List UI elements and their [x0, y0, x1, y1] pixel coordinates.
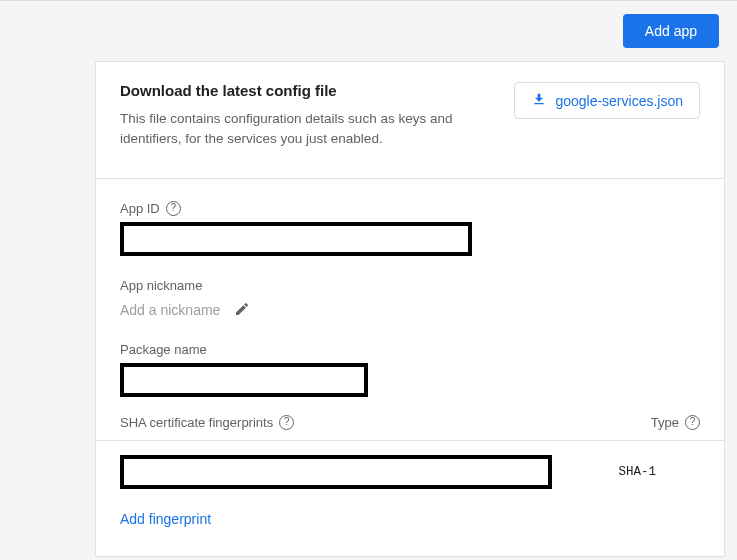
sha-fingerprint-row: SHA-1: [120, 441, 700, 489]
download-config-label: google-services.json: [555, 93, 683, 109]
help-icon[interactable]: ?: [685, 415, 700, 430]
app-nickname-label: App nickname: [120, 278, 202, 293]
download-icon: [531, 91, 547, 110]
app-nickname-placeholder[interactable]: Add a nickname: [120, 302, 220, 318]
help-icon[interactable]: ?: [166, 201, 181, 216]
config-title: Download the latest config file: [120, 82, 460, 99]
download-config-button[interactable]: google-services.json: [514, 82, 700, 119]
sha-header-row: SHA certificate fingerprints ? Type ?: [96, 415, 724, 441]
download-config-section: Download the latest config file This fil…: [96, 62, 724, 179]
package-name-field: Package name: [120, 340, 700, 397]
app-id-label: App ID: [120, 201, 160, 216]
sha-type-value: SHA-1: [618, 465, 700, 479]
app-id-field: App ID ?: [120, 199, 700, 256]
sha-fingerprint-value: [120, 455, 552, 489]
config-description: This file contains configuration details…: [120, 109, 460, 150]
add-fingerprint-button[interactable]: Add fingerprint: [120, 511, 211, 527]
sha-fingerprints-label: SHA certificate fingerprints: [120, 415, 273, 430]
settings-card: Download the latest config file This fil…: [95, 61, 725, 557]
package-name-value: [120, 363, 368, 397]
sha-type-header: Type: [651, 415, 679, 430]
header-bar: Add app: [0, 1, 737, 61]
package-name-label: Package name: [120, 342, 207, 357]
edit-icon[interactable]: [234, 301, 250, 320]
app-id-value: [120, 222, 472, 256]
app-details-section: App ID ? App nickname Add a nickname Pac…: [96, 179, 724, 556]
help-icon[interactable]: ?: [279, 415, 294, 430]
app-nickname-field: App nickname Add a nickname: [120, 276, 700, 320]
add-app-button[interactable]: Add app: [623, 14, 719, 48]
